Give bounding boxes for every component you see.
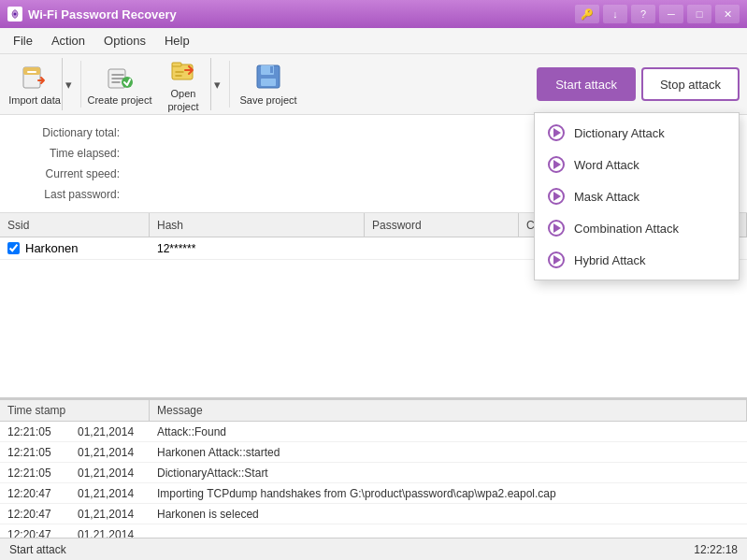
log-date-3: 01,21,2014 — [70, 483, 150, 503]
menu-help[interactable]: Help — [155, 30, 199, 51]
log-time-2: 12:21:05 — [0, 463, 70, 482]
log-date-0: 01,21,2014 — [70, 422, 150, 441]
toolbar: Import data ▾ Create project — [0, 54, 747, 115]
current-speed-label: Current speed: — [15, 167, 127, 180]
minimize-btn[interactable]: ─ — [659, 5, 683, 23]
log-col-message: Message — [150, 400, 747, 421]
save-project-button[interactable]: Save project — [236, 58, 301, 110]
mask-attack-icon — [548, 188, 565, 205]
import-data-button[interactable]: Import data — [7, 58, 62, 110]
log-msg-4: Harkonen is seleced — [150, 504, 747, 524]
mask-attack-item[interactable]: Mask Attack — [535, 180, 739, 212]
start-attack-button[interactable]: Start attack — [537, 67, 636, 101]
maximize-btn[interactable]: □ — [687, 5, 711, 23]
combination-attack-item[interactable]: Combination Attack — [535, 212, 739, 244]
col-header-ssid: Ssid — [0, 213, 150, 237]
hybrid-attack-label: Hybrid Attack — [574, 253, 646, 267]
separator-1 — [80, 61, 81, 108]
hybrid-attack-icon — [548, 251, 565, 268]
log-row: 12:21:05 01,21,2014 Attack::Found — [0, 422, 747, 442]
create-project-label: Create project — [87, 94, 151, 107]
dictionary-attack-label: Dictionary Attack — [574, 126, 665, 140]
svg-point-5 — [122, 77, 133, 88]
dictionary-attack-item[interactable]: Dictionary Attack — [535, 117, 739, 149]
log-time-0: 12:21:05 — [0, 422, 70, 441]
log-row: 12:20:47 01,21,2014 Harkonen is seleced — [0, 504, 747, 524]
dict-total-label: Dictionary total: — [15, 126, 127, 139]
attack-dropdown-menu: Dictionary Attack Word Attack Mask Attac… — [534, 112, 740, 280]
import-icon — [20, 62, 50, 92]
status-bar: Start attack 12:22:18 — [0, 538, 747, 560]
open-project-label: Open project — [156, 88, 210, 112]
log-time-3: 12:20:47 — [0, 483, 70, 503]
save-project-icon — [253, 62, 283, 92]
combination-attack-label: Combination Attack — [574, 222, 679, 236]
open-project-button[interactable]: Open project — [156, 58, 210, 110]
row-ssid: Harkonen — [25, 241, 78, 255]
row-checkbox[interactable] — [7, 242, 20, 254]
menu-action[interactable]: Action — [42, 30, 94, 51]
open-project-icon — [168, 55, 198, 85]
last-password-label: Last password: — [15, 188, 127, 201]
log-date-5: 01,21,2014 — [70, 524, 150, 538]
status-text: Start attack — [9, 543, 66, 556]
log-msg-2: DictionaryAttack::Start — [150, 463, 747, 482]
log-rows[interactable]: 12:21:05 01,21,2014 Attack::Found 12:21:… — [0, 422, 747, 538]
log-row: 12:21:05 01,21,2014 Harkonen Attack::sta… — [0, 442, 747, 463]
log-msg-1: Harkonen Attack::started — [150, 442, 747, 462]
log-date-2: 01,21,2014 — [70, 463, 150, 482]
log-time-1: 12:21:05 — [0, 442, 70, 462]
import-data-arrow[interactable]: ▾ — [62, 58, 75, 110]
import-data-label: Import data — [8, 94, 61, 107]
log-header: Time stamp Message — [0, 399, 747, 422]
col-header-password: Password — [365, 213, 519, 237]
create-project-button[interactable]: Create project — [87, 58, 152, 110]
close-btn[interactable]: ✕ — [715, 5, 740, 23]
dictionary-attack-icon — [548, 124, 565, 141]
help-btn[interactable]: ? — [631, 5, 655, 23]
window-controls: 🔑 ↓ ? ─ □ ✕ — [575, 5, 740, 23]
word-attack-label: Word Attack — [574, 158, 639, 172]
separator-2 — [229, 61, 230, 108]
key-btn[interactable]: 🔑 — [575, 5, 599, 23]
menu-options[interactable]: Options — [94, 30, 155, 51]
log-msg-5 — [150, 524, 747, 538]
col-header-hash: Hash — [150, 213, 365, 237]
word-attack-item[interactable]: Word Attack — [535, 149, 739, 180]
log-msg-0: Attack::Found — [150, 422, 747, 441]
time-elapsed-label: Time elapsed: — [15, 147, 127, 160]
save-project-label: Save project — [239, 94, 296, 107]
log-col-timestamp: Time stamp — [0, 400, 150, 421]
row-hash: 12****** — [150, 237, 365, 259]
title-bar: Wi-Fi Password Recovery 🔑 ↓ ? ─ □ ✕ — [0, 0, 747, 28]
svg-point-0 — [14, 13, 17, 16]
svg-rect-3 — [27, 71, 36, 73]
log-row: 12:20:47 01,21,2014 — [0, 524, 747, 538]
open-project-split-btn: Open project ▾ — [156, 58, 223, 110]
svg-rect-10 — [261, 79, 276, 86]
combination-attack-icon — [548, 220, 565, 237]
menu-file[interactable]: File — [4, 30, 42, 51]
log-row: 12:20:47 01,21,2014 Importing TCPdump ha… — [0, 483, 747, 504]
status-time: 12:22:18 — [694, 543, 738, 556]
create-project-icon — [105, 62, 135, 92]
open-project-arrow[interactable]: ▾ — [210, 58, 223, 110]
svg-rect-11 — [270, 66, 273, 73]
row-checkbox-cell[interactable]: Harkonen — [0, 237, 150, 259]
hybrid-attack-item[interactable]: Hybrid Attack — [535, 244, 739, 276]
mask-attack-label: Mask Attack — [574, 190, 639, 204]
row-password — [365, 237, 519, 259]
log-row: 12:21:05 01,21,2014 DictionaryAttack::St… — [0, 463, 747, 483]
log-time-4: 12:20:47 — [0, 504, 70, 524]
log-time-5: 12:20:47 — [0, 524, 70, 538]
stop-attack-button[interactable]: Stop attack — [641, 67, 740, 101]
log-date-1: 01,21,2014 — [70, 442, 150, 462]
log-msg-3: Importing TCPdump handshakes from G:\pro… — [150, 483, 747, 503]
app-icon — [7, 7, 22, 22]
download-btn[interactable]: ↓ — [603, 5, 627, 23]
log-area: Time stamp Message 12:21:05 01,21,2014 A… — [0, 399, 747, 538]
import-data-split-btn: Import data ▾ — [7, 58, 75, 110]
attack-area: Start attack Stop attack — [537, 67, 740, 101]
word-attack-icon — [548, 156, 565, 173]
app-title: Wi-Fi Password Recovery — [28, 7, 177, 22]
